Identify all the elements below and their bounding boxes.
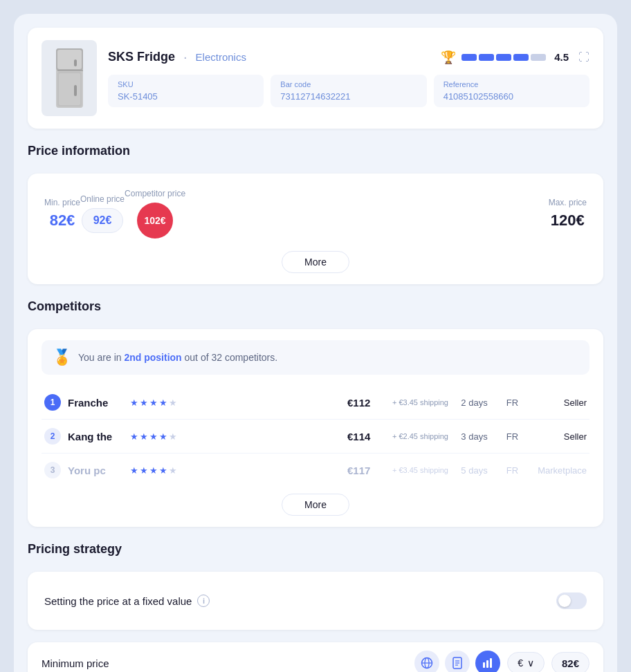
min-price-label: Min. price [44,198,80,207]
online-price-item: Online price 92€ [80,194,125,233]
svg-rect-5 [74,59,77,66]
svg-rect-16 [486,660,488,668]
competitors-section-title: Competitors [28,297,603,317]
competitors-card: 🏅 You are in 2nd position out of 32 comp… [28,329,603,527]
product-image [42,40,97,116]
svg-rect-17 [490,658,492,668]
doc-button[interactable] [445,651,470,672]
svg-rect-2 [57,50,82,69]
globe-button[interactable] [414,651,439,672]
rating-bar-1 [461,54,477,61]
comp-shipping: + €2.45 shipping [392,432,448,440]
product-meta: SKU SK-51405 Bar code 73112714632221 Ref… [108,75,589,107]
comp-name: Franche [68,397,123,409]
product-rating: 🏆 4.5 ⛶ [441,50,589,65]
competitor-price-item: Competitor price 102€ [125,189,185,239]
price-card: Min. price 82€ Online price 92€ Competit… [28,174,603,284]
rating-bar-2 [479,54,494,61]
sku-value: SK-51405 [118,91,254,102]
comp-type: Seller [531,431,587,442]
barcode-field: Bar code 73112714632221 [271,75,426,107]
reference-field: Reference 41085102558660 [434,75,589,107]
fixed-price-info-icon[interactable]: i [197,595,210,607]
comp-stars: ★★★★★ [130,431,340,442]
product-card: SKS Fridge · Electronics 🏆 4.5 ⛶ [28,28,603,129]
star-filled: ★ [159,398,167,408]
pricing-strategy-title: Pricing strategy [28,539,603,559]
star-filled: ★ [140,398,148,408]
min-price-value: 82€ [44,212,80,230]
svg-rect-15 [483,662,485,668]
strategy-card: Setting the price at a fixed value i [28,572,603,630]
min-price-item: Min. price 82€ [44,198,80,230]
competitors-more-btn-container: More [42,494,589,516]
fixed-price-toggle[interactable] [556,592,587,609]
award-icon: 🏅 [53,348,71,366]
bottom-right-controls: € ∨ 82€ [414,651,589,672]
comp-shipping: + €3.45 shipping [392,398,448,407]
max-price-value: 120€ [549,212,587,230]
comp-shipping: + €3.45 shipping [392,466,448,474]
star-filled: ★ [149,465,158,476]
page-container: SKS Fridge · Electronics 🏆 4.5 ⛶ [14,14,617,672]
rating-bar-5 [531,54,546,61]
star-filled: ★ [140,431,148,442]
competitor-row-2: 2 Kang the ★★★★★ €114 + €2.45 shipping 3… [42,420,589,454]
rating-bar-4 [513,54,529,61]
max-price-item: Max. price 120€ [549,198,587,230]
comp-rank: 3 [44,462,61,478]
fixed-price-label: Setting the price at a fixed value i [44,595,210,607]
svg-rect-6 [74,85,77,96]
min-price-bottom-label: Minimum price [42,657,109,669]
product-title-row: SKS Fridge · Electronics 🏆 4.5 ⛶ [108,49,589,65]
comp-type: Marketplace [531,465,587,476]
sku-field: SKU SK-51405 [108,75,264,107]
price-section: Price information Min. price 82€ Online … [28,141,603,284]
chart-button[interactable] [475,651,500,672]
comp-country: FR [500,465,524,476]
price-row: Min. price 82€ Online price 92€ Competit… [44,189,587,239]
comp-price: €114 [347,431,385,442]
product-name: SKS Fridge [108,50,175,64]
comp-days: 2 days [455,398,493,408]
rating-bars [461,54,546,61]
comp-country: FR [500,398,524,408]
svg-rect-4 [59,73,80,105]
star-empty: ★ [169,398,177,408]
position-text: You are in 2nd position out of 32 compet… [78,352,277,363]
pricing-strategy-section: Pricing strategy Setting the price at a … [28,539,603,630]
min-price-input[interactable]: 82€ [551,652,589,673]
star-filled: ★ [130,465,138,476]
online-price-label: Online price [80,194,125,204]
online-price-bubble: 92€ [82,208,124,233]
expand-icon[interactable]: ⛶ [578,51,589,64]
competitor-row-3: 3 Yoru pc ★★★★★ €117 + €3.45 shipping 5 … [42,454,589,487]
bottom-bar: Minimum price [28,642,603,672]
competitors-section: Competitors 🏅 You are in 2nd position ou… [28,297,603,527]
price-more-button[interactable]: More [282,251,349,273]
barcode-value: 73112714632221 [280,91,417,102]
competitor-row-1: 1 Franche ★★★★★ €112 + €3.45 shipping 2 … [42,386,589,420]
competitor-list: 1 Franche ★★★★★ €112 + €3.45 shipping 2 … [42,386,589,487]
rating-bar-3 [496,54,511,61]
position-banner: 🏅 You are in 2nd position out of 32 comp… [42,340,589,375]
comp-days: 5 days [455,465,493,476]
product-category: Electronics [196,51,246,63]
trophy-icon: 🏆 [441,50,456,65]
currency-selector[interactable]: € ∨ [507,652,545,672]
comp-type: Seller [531,398,587,408]
star-filled: ★ [159,431,167,442]
max-price-label: Max. price [549,198,587,207]
competitor-price-bubble: 102€ [137,203,173,239]
price-section-title: Price information [28,141,603,161]
competitor-price-label: Competitor price [125,189,185,198]
position-highlight: 2nd position [124,352,181,363]
comp-stars: ★★★★★ [130,398,340,408]
comp-days: 3 days [455,431,493,442]
price-more-btn-container: More [44,251,587,273]
fixed-price-row: Setting the price at a fixed value i [44,586,587,616]
icon-group [414,651,500,672]
sku-label: SKU [118,80,254,88]
competitors-more-button[interactable]: More [282,494,349,516]
star-filled: ★ [149,398,158,408]
